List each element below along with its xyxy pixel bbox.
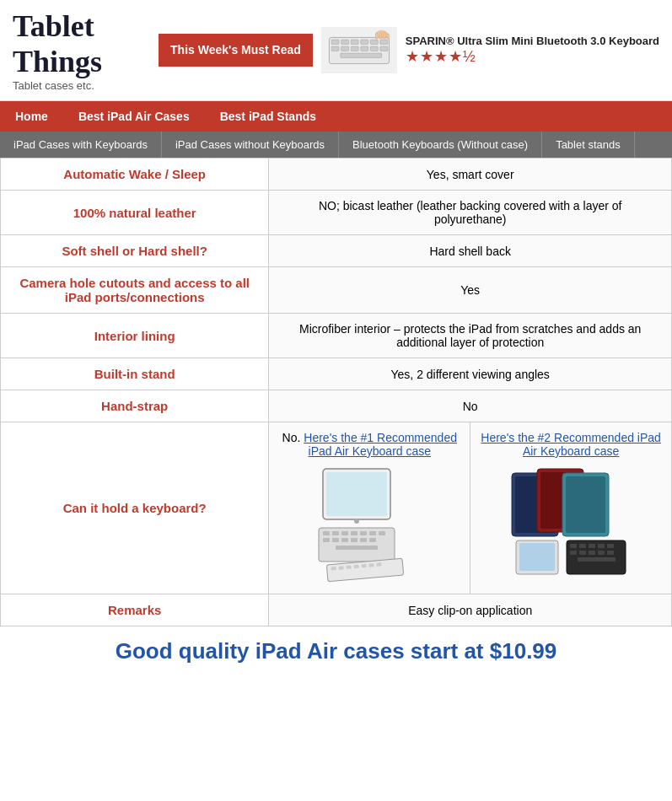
promo-product-image — [321, 27, 397, 73]
svg-point-21 — [354, 519, 359, 524]
svg-rect-31 — [332, 538, 339, 542]
site-branding: Tablet Things Tablet cases etc. — [13, 8, 159, 92]
row-label: Camera hole cutouts and access to all iP… — [1, 267, 269, 314]
main-nav: Home Best iPad Air Cases Best iPad Stand… — [0, 101, 672, 132]
nav-home[interactable]: Home — [0, 101, 63, 132]
row-value: Hard shell back — [269, 235, 672, 267]
promo-text: Good quality iPad Air cases start at — [116, 638, 484, 664]
svg-rect-20 — [326, 472, 387, 516]
row-value: Yes, smart cover — [269, 159, 672, 191]
keyboard-case-image-2 — [508, 465, 634, 583]
svg-rect-1 — [331, 40, 339, 44]
subnav-without-keyboards[interactable]: iPad Cases without Keyboards — [162, 132, 339, 158]
subnav-keyboards[interactable]: iPad Cases with Keyboards — [0, 132, 162, 158]
keyboard-option-1: No. Here's the #1 Recommended iPad Air K… — [269, 422, 470, 594]
svg-rect-55 — [579, 544, 586, 548]
row-value: Easy clip-on application — [269, 594, 672, 626]
svg-rect-52 — [519, 543, 555, 571]
row-label: Can it hold a keyboard? — [1, 422, 269, 594]
row-value: Microfiber interior – protects the iPad … — [269, 314, 672, 358]
svg-rect-44 — [377, 562, 382, 567]
table-row: Hand-strap No — [1, 390, 672, 422]
table-row: Soft shell or Hard shell? Hard shell bac… — [1, 235, 672, 267]
svg-rect-28 — [369, 531, 376, 535]
keyboard-icon — [325, 30, 393, 72]
bottom-promo: Good quality iPad Air cases start at $10… — [0, 626, 672, 676]
svg-rect-60 — [579, 551, 586, 555]
svg-rect-43 — [369, 563, 374, 567]
svg-rect-11 — [370, 46, 378, 51]
no-keyboard-text: No. — [282, 431, 304, 444]
svg-rect-32 — [341, 538, 348, 542]
must-read-button[interactable]: This Week's Must Read — [159, 34, 313, 66]
svg-rect-8 — [341, 46, 349, 51]
row-label: Remarks — [1, 594, 269, 626]
nav-ipad-stands[interactable]: Best iPad Stands — [205, 101, 331, 132]
svg-rect-16 — [379, 32, 382, 39]
svg-rect-30 — [323, 538, 330, 542]
row-label: Hand-strap — [1, 390, 269, 422]
svg-rect-7 — [331, 46, 339, 51]
keyboard-case-image-1 — [306, 465, 433, 583]
table-row: Automatic Wake / Sleep Yes, smart cover — [1, 159, 672, 191]
header-promo: This Week's Must Read — [159, 27, 659, 73]
row-label: Interior lining — [1, 314, 269, 358]
svg-rect-10 — [361, 46, 368, 51]
site-title: Tablet Things — [13, 8, 159, 79]
svg-rect-61 — [589, 551, 595, 555]
svg-rect-27 — [360, 531, 367, 535]
svg-rect-29 — [379, 531, 385, 535]
keyboard-image-1 — [276, 465, 463, 585]
svg-rect-13 — [341, 53, 382, 57]
svg-rect-23 — [323, 531, 330, 535]
svg-rect-2 — [341, 40, 349, 44]
svg-rect-41 — [354, 565, 359, 569]
nav-ipad-air-cases[interactable]: Best iPad Air Cases — [63, 101, 205, 132]
svg-rect-57 — [598, 544, 605, 548]
sub-nav: iPad Cases with Keyboards iPad Cases wit… — [0, 132, 672, 158]
keyboard-split-container: No. Here's the #1 Recommended iPad Air K… — [269, 422, 671, 594]
keyboard-link-2[interactable]: Here's the #2 Recommended iPad Air Keybo… — [481, 431, 661, 458]
row-value: Yes — [269, 267, 672, 314]
promo-product-title: SPARIN® Ultra Slim Mini Bluetooth 3.0 Ke… — [406, 35, 659, 47]
row-keyboard-split: No. Here's the #1 Recommended iPad Air K… — [269, 422, 672, 594]
row-value: No — [269, 390, 672, 422]
svg-rect-35 — [369, 538, 376, 542]
row-label: Soft shell or Hard shell? — [1, 235, 269, 267]
svg-rect-40 — [347, 565, 352, 569]
table-row: Camera hole cutouts and access to all iP… — [1, 267, 672, 314]
svg-rect-62 — [598, 551, 605, 555]
svg-rect-12 — [380, 46, 388, 51]
keyboard-option-2: Here's the #2 Recommended iPad Air Keybo… — [470, 422, 671, 594]
svg-rect-26 — [351, 531, 358, 535]
table-row: Built-in stand Yes, 2 different viewing … — [1, 358, 672, 390]
svg-rect-38 — [331, 567, 336, 571]
row-value: Yes, 2 different viewing angles — [269, 358, 672, 390]
page-header: Tablet Things Tablet cases etc. This Wee… — [0, 0, 672, 101]
svg-rect-39 — [339, 566, 344, 570]
subnav-stands[interactable]: Tablet stands — [542, 132, 635, 158]
subnav-bluetooth[interactable]: Bluetooth Keyboards (Without case) — [339, 132, 542, 158]
keyboard-image-2 — [477, 465, 664, 585]
svg-rect-56 — [589, 544, 595, 548]
svg-rect-5 — [370, 40, 378, 44]
svg-rect-15 — [375, 33, 378, 39]
svg-rect-9 — [351, 46, 358, 51]
svg-rect-58 — [607, 544, 614, 548]
svg-rect-63 — [607, 551, 614, 555]
svg-rect-24 — [332, 531, 339, 535]
table-row: 100% natural leather NO; bicast leather … — [1, 191, 672, 235]
row-label: 100% natural leather — [1, 191, 269, 235]
promo-product-info: SPARIN® Ultra Slim Mini Bluetooth 3.0 Ke… — [406, 35, 659, 66]
row-label: Automatic Wake / Sleep — [1, 159, 269, 191]
svg-rect-33 — [351, 538, 358, 542]
row-value: NO; bicast leather (leather backing cove… — [269, 191, 672, 235]
svg-rect-42 — [362, 564, 367, 568]
table-row-keyboard: Can it hold a keyboard? No. Here's the #… — [1, 422, 672, 594]
keyboard-link-1[interactable]: Here's the #1 Recommended iPad Air Keybo… — [304, 431, 457, 458]
table-row: Interior lining Microfiber interior – pr… — [1, 314, 672, 358]
site-subtitle: Tablet cases etc. — [13, 79, 159, 92]
svg-rect-18 — [387, 34, 390, 39]
svg-rect-4 — [361, 40, 368, 44]
row-label: Built-in stand — [1, 358, 269, 390]
